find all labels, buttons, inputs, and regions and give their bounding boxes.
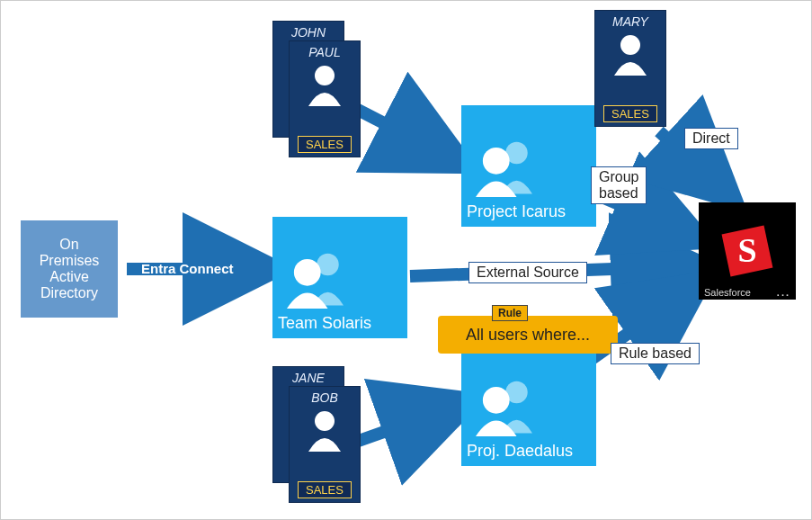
svg-point-10 [483,148,510,175]
user-name: JANE [292,371,325,385]
edge-label-external-source: External Source [468,262,587,283]
rule-text: All users where... [466,326,590,344]
svg-point-14 [315,66,335,85]
team-solaris-label: Team Solaris [278,314,402,333]
user-name: BOB [311,390,338,405]
user-card-mary: MARY SALES [594,10,666,127]
user-dept: SALES [603,105,657,122]
app-name: Salesforce [704,287,751,298]
group-icon [467,373,548,436]
group-icon [278,246,359,309]
entra-connect-label: Entra Connect [141,261,234,276]
user-name: PAUL [308,45,341,59]
edge-label-direct: Direct [684,128,738,149]
svg-point-16 [315,411,335,431]
proj-daedalus-tile: Proj. Daedalus [461,345,596,466]
app-menu-icon[interactable]: ... [777,287,790,298]
project-icarus-tile: Project Icarus [461,105,596,227]
user-name: JOHN [291,25,326,40]
rule-tag: Rule [492,305,528,321]
user-dept: SALES [298,136,352,153]
onprem-ad-node: On Premises Active Directory [21,220,118,318]
user-dept: SALES [298,481,352,498]
svg-point-17 [620,35,640,55]
project-icarus-label: Project Icarus [467,202,591,221]
user-avatar-icon [611,32,649,76]
svg-line-2 [356,406,458,442]
svg-point-8 [294,259,321,286]
group-icon [467,134,548,197]
team-solaris-tile: Team Solaris [272,217,407,338]
user-name: MARY [612,14,648,29]
user-avatar-icon [306,408,344,452]
user-card-bob: BOB SALES [289,386,361,503]
svg-line-1 [356,109,452,158]
svg-text:S: S [737,231,756,269]
user-avatar-icon [306,63,344,106]
rule-box: All users where... [438,316,618,354]
onprem-ad-label: On Premises Active Directory [28,237,111,301]
edge-label-group-based: Group based [591,166,647,204]
proj-daedalus-label: Proj. Daedalus [467,442,591,461]
svg-point-12 [483,387,510,414]
salesforce-icon: S [718,222,776,280]
user-card-paul: PAUL SALES [289,40,361,157]
edge-label-rule-based: Rule based [611,343,700,364]
salesforce-app-tile[interactable]: S Salesforce ... [699,202,796,300]
